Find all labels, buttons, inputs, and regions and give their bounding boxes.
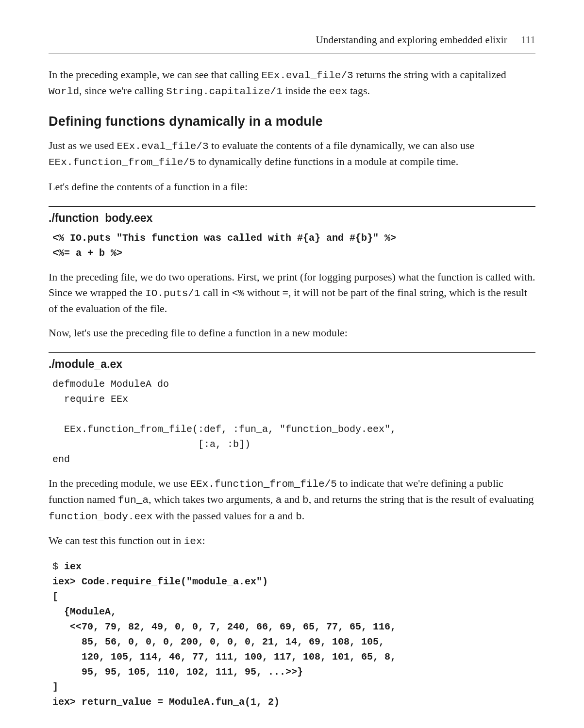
- inline-code: a: [276, 495, 282, 506]
- paragraph: Just as we used EEx.eval_file/3 to evalu…: [49, 138, 535, 170]
- text: with the passed values for: [152, 510, 269, 522]
- paragraph: Let's define the contents of a function …: [49, 179, 535, 195]
- inline-code: fun_a: [118, 495, 149, 506]
- inline-code: EEx.eval_file/3: [117, 141, 209, 152]
- text: , which takes two arguments,: [149, 493, 276, 505]
- code-block: defmodule ModuleA do require EEx EEx.fun…: [49, 376, 535, 469]
- inline-code: eex: [329, 86, 348, 97]
- paragraph: In the preceding example, we can see tha…: [49, 67, 535, 99]
- text: tags.: [348, 84, 370, 97]
- code-block: <% IO.puts "This function was called wit…: [49, 230, 535, 263]
- iex-output: [ {ModuleA, <<70, 79, 82, 49, 0, 0, 7, 2…: [52, 591, 396, 693]
- shell-prompt: $: [52, 561, 64, 572]
- paragraph: In the preceding file, we do two operati…: [49, 269, 535, 316]
- text: inside the: [283, 84, 329, 97]
- page-number: 111: [521, 34, 535, 46]
- text: and: [275, 510, 296, 522]
- running-title: Understanding and exploring embedded eli…: [316, 34, 507, 46]
- paragraph: In the preceding module, we use EEx.func…: [49, 476, 535, 524]
- iex-command: return_value = ModuleA.fun_a(1, 2): [82, 696, 280, 708]
- text: , and returns the string that is the res…: [309, 493, 534, 505]
- text: , since we're calling: [79, 84, 166, 97]
- text: to dynamically define functions in a mod…: [195, 155, 458, 167]
- text: Just as we used: [49, 139, 117, 151]
- text: without: [244, 286, 282, 298]
- inline-code: EEx.function_from_file/5: [190, 479, 336, 490]
- inline-code: b: [296, 511, 302, 522]
- inline-code: function_body.eex: [49, 511, 152, 522]
- inline-code: b: [302, 495, 309, 506]
- text: :: [202, 534, 205, 546]
- text: In the preceding module, we use: [49, 477, 190, 489]
- page: { "header": { "running_title": "Understa…: [0, 0, 584, 728]
- shell-command: iex: [64, 561, 82, 572]
- inline-code: EEx.eval_file/3: [262, 70, 353, 81]
- iex-command: Code.require_file("module_a.ex"): [82, 576, 268, 587]
- iex-prompt: iex>: [52, 576, 82, 587]
- code-block-iex: $ iex iex> Code.require_file("module_a.e…: [49, 558, 535, 711]
- paragraph: Now, let's use the preceding file to def…: [49, 325, 535, 341]
- text: In the preceding example, we can see tha…: [49, 68, 262, 81]
- inline-code: IO.puts/1: [145, 288, 200, 299]
- inline-code: <%: [232, 288, 244, 299]
- inline-code: World: [49, 86, 79, 97]
- section-heading: Defining functions dynamically in a modu…: [49, 114, 535, 129]
- inline-code: EEx.function_from_file/5: [49, 157, 195, 168]
- divider: [49, 206, 535, 207]
- text: and: [282, 493, 302, 505]
- paragraph: We can test this function out in iex:: [49, 533, 535, 549]
- text: .: [302, 510, 305, 522]
- running-header: Understanding and exploring embedded eli…: [49, 34, 535, 53]
- iex-prompt: iex>: [52, 696, 82, 708]
- inline-code: String.capitalize/1: [166, 86, 282, 97]
- inline-code: iex: [184, 536, 202, 547]
- text: call in: [200, 286, 232, 298]
- inline-code: =: [282, 288, 288, 299]
- text: to evaluate the contents of a file dynam…: [209, 139, 475, 151]
- text: We can test this function out in: [49, 534, 184, 546]
- inline-code: a: [269, 511, 275, 522]
- code-filename: ./module_a.ex: [49, 358, 535, 371]
- divider: [49, 352, 535, 353]
- code-filename: ./function_body.eex: [49, 212, 535, 225]
- text: returns the string with a capitalized: [353, 68, 506, 81]
